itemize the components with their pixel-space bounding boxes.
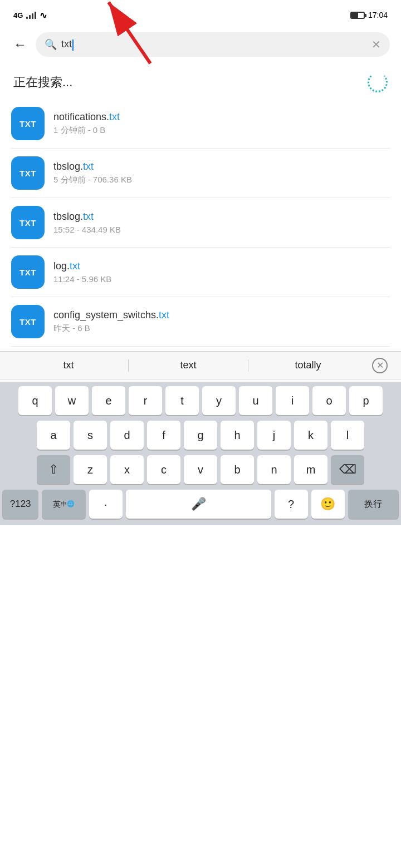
clear-circle-icon: ✕ xyxy=(372,358,388,373)
search-header: ← 🔍 txt ✕ xyxy=(0,28,401,63)
key-b[interactable]: b xyxy=(221,455,254,484)
file-ext: txt xyxy=(83,211,94,222)
status-right: 17:04 xyxy=(350,11,388,19)
key-p[interactable]: p xyxy=(349,386,383,415)
status-left: 4G ∿ xyxy=(13,10,47,21)
time-display: 17:04 xyxy=(368,11,388,19)
key-question-mark[interactable]: ? xyxy=(275,490,308,519)
key-x[interactable]: x xyxy=(110,455,144,484)
suggestion-clear-button[interactable]: ✕ xyxy=(368,358,392,373)
file-ext: txt xyxy=(83,161,94,172)
file-icon: TXT xyxy=(11,206,45,239)
suggestion-txt[interactable]: txt xyxy=(9,357,128,373)
file-ext: txt xyxy=(159,309,169,320)
file-name: tbslog.txt xyxy=(53,211,390,223)
file-list: TXT notifications.txt 1 分钟前 - 0 B TXT tb… xyxy=(0,99,401,347)
keyboard-row-1: q w e r t y u i o p xyxy=(2,386,399,415)
signal-label: 4G xyxy=(13,11,23,19)
file-info: notifications.txt 1 分钟前 - 0 B xyxy=(53,111,390,136)
key-u[interactable]: u xyxy=(239,386,272,415)
keyboard: q w e r t y u i o p a s d f g h j k l ⇧ … xyxy=(0,382,401,525)
file-ext: txt xyxy=(70,260,80,272)
key-k[interactable]: k xyxy=(294,421,327,450)
file-meta: 15:52 - 434.49 KB xyxy=(53,225,390,234)
search-icon: 🔍 xyxy=(45,38,57,51)
searching-text: 正在搜索... xyxy=(13,74,72,91)
file-info: tbslog.txt 15:52 - 434.49 KB xyxy=(53,211,390,234)
wifi-icon: ∿ xyxy=(40,10,47,21)
key-o[interactable]: o xyxy=(312,386,346,415)
file-item[interactable]: TXT log.txt 11:24 - 5.96 KB xyxy=(11,248,390,297)
key-l[interactable]: l xyxy=(331,421,364,450)
key-j[interactable]: j xyxy=(257,421,291,450)
file-item[interactable]: TXT notifications.txt 1 分钟前 - 0 B xyxy=(11,99,390,149)
key-c[interactable]: c xyxy=(147,455,180,484)
file-meta: 昨天 - 6 B xyxy=(53,323,390,334)
file-ext: txt xyxy=(109,111,120,122)
key-a[interactable]: a xyxy=(37,421,70,450)
back-button[interactable]: ← xyxy=(11,34,29,55)
microphone-icon: 🎤 xyxy=(191,497,206,511)
file-item[interactable]: TXT tbslog.txt 5 分钟前 - 706.36 KB xyxy=(11,149,390,198)
key-f[interactable]: f xyxy=(147,421,180,450)
file-icon: TXT xyxy=(11,107,45,140)
key-q[interactable]: q xyxy=(18,386,52,415)
file-name-prefix: tbslog. xyxy=(53,211,83,222)
key-g[interactable]: g xyxy=(184,421,217,450)
key-n[interactable]: n xyxy=(257,455,291,484)
keyboard-row-3: ⇧ z x c v b n m ⌫ xyxy=(2,455,399,484)
loading-spinner xyxy=(368,72,388,92)
file-icon: TXT xyxy=(11,156,45,190)
searching-status: 正在搜索... xyxy=(0,63,401,99)
key-dot[interactable]: · xyxy=(89,490,123,519)
battery-icon xyxy=(350,12,365,19)
key-i[interactable]: i xyxy=(276,386,309,415)
key-v[interactable]: v xyxy=(184,455,217,484)
file-meta: 5 分钟前 - 706.36 KB xyxy=(53,175,390,185)
status-bar: 4G ∿ 17:04 xyxy=(0,0,401,28)
file-icon: TXT xyxy=(11,255,45,289)
key-backspace[interactable]: ⌫ xyxy=(331,455,364,484)
suggestion-totally[interactable]: totally xyxy=(248,357,368,373)
suggestion-text[interactable]: text xyxy=(129,357,248,373)
key-space[interactable]: 🎤 xyxy=(126,490,271,519)
search-input[interactable]: txt xyxy=(61,38,367,50)
key-num[interactable]: ?123 xyxy=(2,490,38,519)
signal-icon xyxy=(26,11,36,19)
key-t[interactable]: t xyxy=(165,386,199,415)
file-item[interactable]: TXT tbslog.txt 15:52 - 434.49 KB xyxy=(11,198,390,248)
key-shift[interactable]: ⇧ xyxy=(37,455,70,484)
file-icon: TXT xyxy=(11,305,45,338)
file-name: notifications.txt xyxy=(53,111,390,123)
file-name-prefix: notifications. xyxy=(53,111,109,122)
key-m[interactable]: m xyxy=(294,455,327,484)
file-name-prefix: config_system_switchs. xyxy=(53,309,159,320)
file-name-prefix: tbslog. xyxy=(53,161,83,172)
key-return[interactable]: 换行 xyxy=(348,490,399,519)
key-w[interactable]: w xyxy=(55,386,89,415)
file-name-prefix: log. xyxy=(53,260,70,272)
keyboard-row-2: a s d f g h j k l xyxy=(2,421,399,450)
key-e[interactable]: e xyxy=(92,386,125,415)
file-name: tbslog.txt xyxy=(53,161,390,172)
file-info: config_system_switchs.txt 昨天 - 6 B xyxy=(53,309,390,334)
file-meta: 11:24 - 5.96 KB xyxy=(53,274,390,284)
key-s[interactable]: s xyxy=(74,421,107,450)
suggestions-bar: txt text totally ✕ xyxy=(0,351,401,379)
file-name: log.txt xyxy=(53,260,390,272)
search-bar[interactable]: 🔍 txt ✕ xyxy=(36,32,390,57)
file-meta: 1 分钟前 - 0 B xyxy=(53,125,390,136)
clear-search-button[interactable]: ✕ xyxy=(371,38,381,51)
key-r[interactable]: r xyxy=(129,386,162,415)
key-h[interactable]: h xyxy=(221,421,254,450)
file-info: tbslog.txt 5 分钟前 - 706.36 KB xyxy=(53,161,390,185)
file-info: log.txt 11:24 - 5.96 KB xyxy=(53,260,390,284)
keyboard-bottom-row: ?123 英中🌐 · 🎤 ? 🙂 换行 xyxy=(2,490,399,519)
key-d[interactable]: d xyxy=(110,421,144,450)
key-y[interactable]: y xyxy=(202,386,236,415)
key-lang[interactable]: 英中🌐 xyxy=(42,490,85,519)
file-item[interactable]: TXT config_system_switchs.txt 昨天 - 6 B xyxy=(11,297,390,347)
key-emoji[interactable]: 🙂 xyxy=(311,490,345,519)
key-z[interactable]: z xyxy=(74,455,107,484)
file-name: config_system_switchs.txt xyxy=(53,309,390,321)
